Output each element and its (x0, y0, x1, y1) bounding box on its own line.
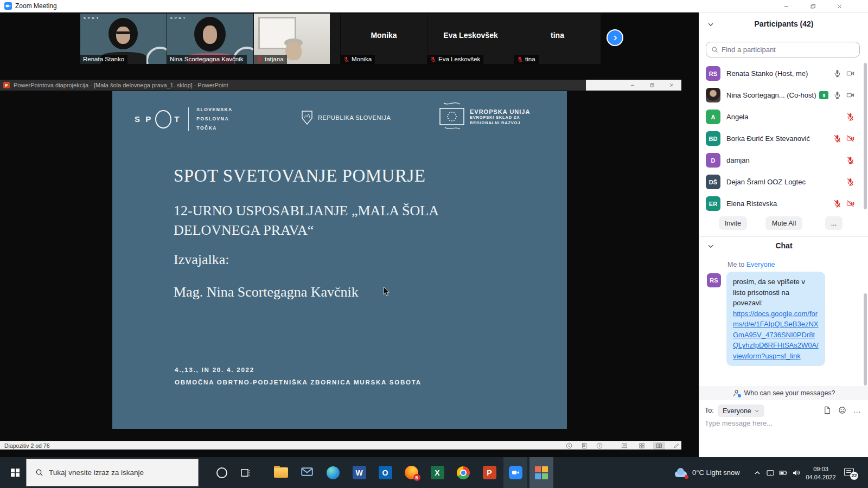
mail-icon (301, 465, 314, 480)
search-icon (711, 46, 718, 53)
avatar: RS (706, 66, 720, 81)
message-meta: Me to Everyone (727, 261, 775, 268)
restore-button[interactable] (803, 0, 822, 12)
pen-tool-button[interactable] (671, 442, 682, 450)
message-recipient[interactable]: Everyone (746, 261, 775, 268)
volume-tray-icon[interactable] (792, 457, 801, 488)
notes-button[interactable] (578, 442, 590, 450)
taskbar-search[interactable] (26, 459, 199, 486)
participant-search[interactable] (706, 42, 860, 57)
zoom-taskbar-button[interactable] (503, 457, 527, 488)
avatar: ER (706, 196, 720, 211)
normal-view-button[interactable] (618, 442, 630, 450)
battery-tray-icon[interactable] (779, 457, 788, 488)
ppt-close-button[interactable] (662, 80, 681, 91)
chat-message-input[interactable] (705, 419, 857, 427)
edge-button[interactable] (321, 457, 345, 488)
weather-tray-item[interactable]: 0°C Light snow (674, 457, 740, 488)
participant-row[interactable]: A Angela (699, 106, 868, 128)
muted-mic-icon (517, 56, 523, 62)
windows-taskbar: W O 5 X P 0°C Light snow 09:03 04.04.202… (0, 457, 868, 488)
firefox-badge: 5 (413, 474, 420, 481)
tablet-mode-tray-icon[interactable] (766, 457, 775, 488)
recipient-dropdown[interactable]: Everyone (718, 404, 764, 417)
participant-name: Renata Stanko (Host, me) (726, 69, 808, 78)
previous-slide-button[interactable] (563, 442, 575, 450)
participants-scrollbar[interactable] (864, 63, 867, 209)
privacy-note-bar[interactable]: Who can see your messages? (699, 386, 868, 400)
camera-off-icon (846, 200, 854, 208)
participant-search-input[interactable] (722, 46, 846, 54)
photos-app-icon (535, 466, 548, 479)
participant-row[interactable]: Nina Scortegagn... (Co-host) (699, 85, 868, 106)
clock-tray-item[interactable]: 09:03 04.04.2022 (803, 457, 839, 488)
more-options-button[interactable]: ... (825, 216, 843, 230)
reading-view-button[interactable] (653, 442, 665, 450)
taskbar-search-input[interactable] (49, 468, 184, 477)
ppt-minimize-button[interactable] (623, 80, 642, 91)
file-explorer-button[interactable] (269, 457, 293, 488)
video-tile-renata[interactable]: S P O T Renata Stanko (80, 14, 167, 64)
firefox-button[interactable]: 5 (399, 457, 423, 488)
participant-row[interactable]: D damjan (699, 150, 868, 171)
chrome-button[interactable] (451, 457, 475, 488)
invite-button[interactable]: Invite (719, 216, 747, 230)
participant-name: Elena Ristevska (726, 200, 777, 208)
zoom-app-icon (4, 2, 12, 10)
powerpoint-button[interactable]: P (477, 457, 501, 488)
chat-input-area[interactable] (705, 419, 857, 427)
start-button[interactable] (5, 468, 25, 477)
outlook-button[interactable]: O (373, 457, 397, 488)
action-center-button[interactable]: 22 (844, 457, 855, 488)
powerpoint-window-title: PowerPointova diaprojekcija - [Mala šola… (14, 82, 228, 88)
chat-message-link[interactable]: https://docs.google.com/forms/d/e/1FAIpQ… (733, 309, 819, 362)
excel-icon: X (431, 466, 444, 479)
video-tile-tatjana[interactable]: tatjana (254, 14, 340, 64)
video-tile-nina-active-speaker[interactable]: S P O T Nina Scortegagna Kavčnik (167, 14, 253, 64)
chat-message-text: prosim, da se vpišete v listo prisotnost… (733, 278, 805, 307)
participant-row[interactable]: RS Renata Stanko (Host, me) (699, 63, 868, 85)
window-title: Zoom Meeting (15, 2, 57, 10)
participant-row[interactable]: DŠ Dejan Šraml OOZ Logtec (699, 171, 868, 193)
audio-tile-eva[interactable]: Eva Leskovšek Eva Leskovšek (427, 14, 514, 64)
word-button[interactable]: W (347, 457, 371, 488)
edge-icon (327, 466, 340, 479)
close-button[interactable] (830, 0, 848, 12)
participant-name: damjan (726, 156, 750, 164)
cortana-button[interactable] (214, 467, 230, 478)
audio-tile-monika[interactable]: Monika Monika (341, 14, 427, 64)
participant-row[interactable]: BĐ Borka Đurić Ex Stevanović (699, 128, 868, 150)
ppt-restore-button[interactable] (642, 80, 662, 91)
avatar: BĐ (706, 131, 720, 146)
avatar: A (706, 110, 720, 124)
participant-name-label: Renata Stanko (80, 55, 127, 64)
audio-tile-tina[interactable]: tina tina (514, 14, 601, 64)
notification-icon: 22 (844, 468, 855, 478)
mute-all-button[interactable]: Mute All (765, 216, 802, 230)
privacy-note-text: Who can see your messages? (744, 389, 835, 397)
participant-name: Angela (726, 113, 748, 121)
slide-sorter-view-button[interactable] (636, 442, 648, 450)
mic-muted-icon (846, 113, 854, 121)
participant-row[interactable]: ER Elena Ristevska (699, 193, 868, 215)
photos-app-button[interactable] (529, 457, 553, 488)
chat-recipient-row: To: Everyone ... (699, 404, 868, 418)
tray-date: 04.04.2022 (803, 473, 839, 481)
next-slide-button[interactable] (593, 442, 605, 450)
next-page-arrow-button[interactable] (607, 29, 623, 46)
task-view-button[interactable] (237, 467, 254, 478)
chat-scrollbar[interactable] (864, 293, 867, 386)
avatar: DŠ (706, 175, 720, 189)
participant-name: Nina Scortegagn... (Co-host) (726, 91, 816, 99)
excel-button[interactable]: X (425, 457, 449, 488)
slide-counter: Diapozitiv 2 od 76 (4, 442, 49, 449)
weather-text: 0°C Light snow (692, 468, 740, 477)
minimize-button[interactable] (777, 0, 795, 12)
muted-mic-icon (430, 56, 436, 62)
emoji-icon[interactable] (838, 406, 846, 414)
chat-more-icon[interactable]: ... (853, 406, 861, 414)
tray-expand-button[interactable] (753, 457, 762, 488)
file-attach-icon[interactable] (823, 406, 831, 414)
mail-button[interactable] (295, 457, 319, 488)
outlook-icon: O (379, 466, 392, 479)
